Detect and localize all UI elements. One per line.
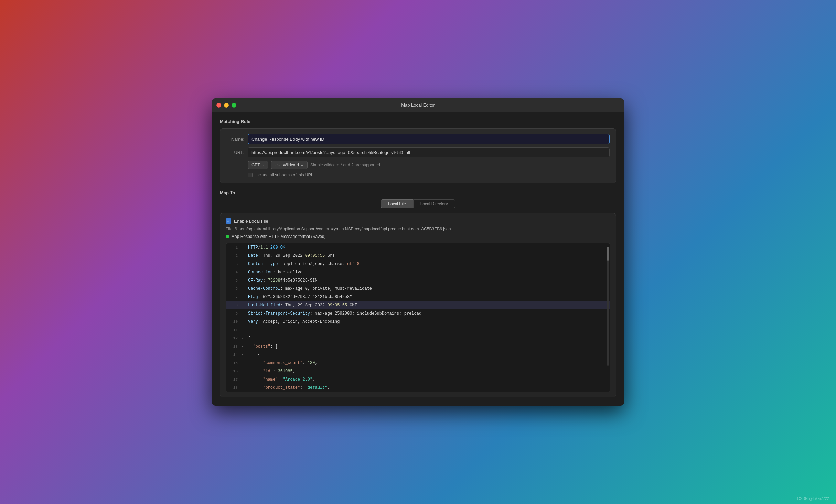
- line-content-17: "name": "Arcade 2.0",: [247, 375, 610, 384]
- line-num-12: 12: [226, 334, 241, 342]
- code-line-6: 6 Cache-Control: max-age=0, private, mus…: [226, 285, 610, 293]
- enable-row: ✓ Enable Local File: [226, 218, 610, 224]
- file-label: File:: [226, 227, 234, 231]
- map-local-editor-window: Map Local Editor Matching Rule Name: URL…: [212, 98, 624, 406]
- url-row: URL:: [226, 147, 610, 157]
- line-num-9: 9: [226, 309, 241, 318]
- name-label: Name:: [226, 136, 244, 142]
- watermark: CSDN @fukai7722: [797, 496, 829, 501]
- line-content-5: CF-Ray: 75238f4b5e375626-SIN: [247, 276, 610, 285]
- url-input[interactable]: [248, 147, 610, 157]
- line-content-10: Vary: Accept, Origin, Accept-Encoding: [247, 318, 610, 326]
- line-num-2: 2: [226, 252, 241, 260]
- code-line-2: 2 Date: Thu, 29 Sep 2022 09:05:56 GMT: [226, 252, 610, 260]
- code-line-4: 4 Connection: keep-alive: [226, 268, 610, 276]
- method-arrow-icon: ⌄: [261, 163, 264, 167]
- wildcard-hint: Simple wildcard * and ? are supported: [310, 163, 380, 167]
- url-label: URL:: [226, 150, 244, 155]
- line-content-12: {: [247, 334, 610, 342]
- line-num-14: 14: [226, 351, 241, 359]
- line-content-15: "comments_count": 130,: [247, 359, 610, 367]
- line-content-14: {: [247, 351, 610, 359]
- code-line-15: 15 "comments_count": 130,: [226, 359, 610, 367]
- code-line-11: 11: [226, 326, 610, 334]
- line-content-1: HTTP/1.1 200 OK: [247, 243, 610, 252]
- line-content-18: "product_state": "default",: [247, 384, 610, 392]
- file-path: /Users/nghiatran/Library/Application Sup…: [235, 227, 451, 231]
- wildcard-label: Use Wildcard: [275, 163, 299, 167]
- line-num-15: 15: [226, 359, 241, 367]
- close-button[interactable]: [216, 103, 221, 108]
- subpath-row: Include all subpaths of this URL: [248, 173, 610, 177]
- status-text: Map Response with HTTP Message format (S…: [231, 234, 326, 239]
- line-num-5: 5: [226, 276, 241, 285]
- line-num-11: 11: [226, 326, 241, 334]
- code-line-3: 3 Content-Type: application/json; charse…: [226, 260, 610, 268]
- window-body: Matching Rule Name: URL: GET ⌄ Use Wildc…: [212, 112, 624, 406]
- use-wildcard-button[interactable]: Use Wildcard ⌄: [271, 161, 308, 169]
- traffic-lights: [216, 103, 236, 108]
- enable-label: Enable Local File: [234, 219, 268, 224]
- controls-row: GET ⌄ Use Wildcard ⌄ Simple wildcard * a…: [248, 161, 610, 169]
- code-line-18: 18 "product_state": "default",: [226, 384, 610, 392]
- tab-local-directory[interactable]: Local Directory: [413, 199, 455, 208]
- subpath-checkbox[interactable]: [248, 173, 253, 177]
- line-content-2: Date: Thu, 29 Sep 2022 09:05:56 GMT: [247, 252, 610, 260]
- wildcard-arrow-icon: ⌄: [300, 163, 304, 167]
- method-select[interactable]: GET ⌄: [248, 161, 268, 169]
- line-num-1: 1: [226, 243, 241, 252]
- matching-rule-label: Matching Rule: [220, 119, 616, 124]
- line-num-13: 13: [226, 342, 241, 351]
- name-row: Name:: [226, 134, 610, 144]
- tab-local-file[interactable]: Local File: [381, 199, 413, 208]
- line-content-4: Connection: keep-alive: [247, 268, 610, 276]
- titlebar: Map Local Editor: [212, 98, 624, 112]
- line-content-11: [247, 326, 610, 334]
- name-input[interactable]: [248, 134, 610, 144]
- map-to-section: Map To Local File Local Directory ✓ Enab…: [220, 190, 616, 397]
- code-line-10: 10 Vary: Accept, Origin, Accept-Encoding: [226, 318, 610, 326]
- scrollbar-track: [607, 247, 609, 366]
- line-content-6: Cache-Control: max-age=0, private, must-…: [247, 285, 610, 293]
- maximize-button[interactable]: [232, 103, 236, 108]
- line-num-6: 6: [226, 285, 241, 293]
- code-line-13: 13 ▾ "posts": [: [226, 342, 610, 351]
- line-num-17: 17: [226, 375, 241, 384]
- status-row: Map Response with HTTP Message format (S…: [226, 234, 610, 239]
- enable-checkbox[interactable]: ✓: [226, 218, 231, 224]
- line-content-13: "posts": [: [247, 342, 610, 351]
- line-num-10: 10: [226, 318, 241, 326]
- local-file-box: ✓ Enable Local File File: /Users/nghiatr…: [220, 213, 616, 397]
- file-path-row: File: /Users/nghiatran/Library/Applicati…: [226, 227, 610, 231]
- line-num-8: 8: [226, 301, 241, 309]
- minimize-button[interactable]: [224, 103, 229, 108]
- map-to-label: Map To: [220, 190, 616, 195]
- line-num-18: 18: [226, 384, 241, 392]
- line-num-7: 7: [226, 293, 241, 301]
- code-line-7: 7 ETag: W/"a36b2082fd0798a7f43121bcba854…: [226, 293, 610, 301]
- method-label: GET: [251, 163, 260, 167]
- code-line-9: 9 Strict-Transport-Security: max-age=259…: [226, 309, 610, 318]
- line-content-16: "id": 361085,: [247, 367, 610, 375]
- line-content-3: Content-Type: application/json; charset=…: [247, 260, 610, 268]
- code-line-1: 1 HTTP/1.1 200 OK: [226, 243, 610, 252]
- tab-bar: Local File Local Directory: [220, 199, 616, 208]
- line-num-4: 4: [226, 268, 241, 276]
- code-line-14: 14 ▾ {: [226, 351, 610, 359]
- status-dot-icon: [226, 235, 229, 238]
- code-line-5: 5 CF-Ray: 75238f4b5e375626-SIN: [226, 276, 610, 285]
- code-editor[interactable]: 1 HTTP/1.1 200 OK 2 Date: Thu, 29 Sep 20…: [226, 243, 610, 392]
- code-line-16: 16 "id": 361085,: [226, 367, 610, 375]
- code-line-8: 8 Last-Modified: Thu, 29 Sep 2022 09:05:…: [226, 301, 610, 309]
- code-line-12: 12 ▾ {: [226, 334, 610, 342]
- subpath-label: Include all subpaths of this URL: [255, 173, 313, 177]
- line-num-16: 16: [226, 367, 241, 375]
- scrollbar-thumb[interactable]: [607, 247, 609, 261]
- code-line-17: 17 "name": "Arcade 2.0",: [226, 375, 610, 384]
- window-title: Map Local Editor: [401, 102, 435, 108]
- line-num-3: 3: [226, 260, 241, 268]
- line-content-8: Last-Modified: Thu, 29 Sep 2022 09:05:55…: [247, 301, 610, 309]
- line-content-9: Strict-Transport-Security: max-age=25920…: [247, 309, 610, 318]
- matching-rule-box: Name: URL: GET ⌄ Use Wildcard ⌄ Simple w…: [220, 128, 616, 183]
- line-content-7: ETag: W/"a36b2082fd0798a7f43121bcba8542e…: [247, 293, 610, 301]
